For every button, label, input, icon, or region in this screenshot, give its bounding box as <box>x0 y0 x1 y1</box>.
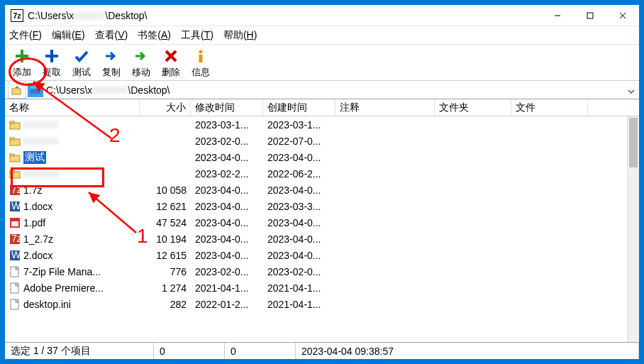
7z-icon: 7z <box>9 233 21 245</box>
header-size[interactable]: 大小 <box>140 99 191 116</box>
file-created: 2023-02-0... <box>263 266 335 277</box>
toolbar-delete-label: 删除 <box>162 66 180 79</box>
menu-tool[interactable]: 工具(T) <box>181 29 213 42</box>
app-window: 2 1 7z C:\Users\x\Desktop\ 文件(F) 编辑(E) 查… <box>4 4 640 360</box>
file-name: 2.docx <box>23 250 52 261</box>
file-modified: 2023-03-1... <box>191 119 263 131</box>
file-list[interactable]: 2023-03-1...2023-03-1...2023-02-0...2022… <box>5 116 627 342</box>
file-row[interactable]: 7z1_2.7z10 1942023-04-0...2023-04-0... <box>5 231 627 247</box>
svg-rect-3 <box>587 13 593 18</box>
toolbar-move-label: 移动 <box>132 66 150 79</box>
app-icon: 7z <box>11 9 23 22</box>
file-size: 47 524 <box>140 217 191 228</box>
toolbar-extract[interactable]: 提取 <box>39 48 65 79</box>
svg-rect-18 <box>30 87 40 89</box>
toolbar-copy[interactable]: 复制 <box>99 48 124 79</box>
svg-text:7z: 7z <box>11 233 21 244</box>
file-row[interactable]: 7z1.7z10 0582023-04-0...2023-04-0... <box>5 182 627 198</box>
file-size: 282 <box>140 299 191 310</box>
drive-icon <box>28 83 43 97</box>
status-pane-3: 0 <box>225 343 296 359</box>
path-field[interactable]: C:\Users\x\Desktop\ <box>46 84 623 96</box>
path-dropdown[interactable] <box>623 84 639 96</box>
file-modified: 2022-01-2... <box>191 299 263 310</box>
file-created: 2023-04-0... <box>263 184 335 196</box>
svg-rect-24 <box>10 154 14 156</box>
file-icon <box>9 299 21 310</box>
folder-icon <box>9 152 21 163</box>
window-title: C:\Users\x\Desktop\ <box>28 10 541 21</box>
toolbar: 添加 提取 测试 复制 移动 删除 信息 <box>5 45 639 81</box>
copy-icon <box>103 48 120 65</box>
toolbar-extract-label: 提取 <box>43 66 61 79</box>
menu-file[interactable]: 文件(F) <box>9 29 42 42</box>
file-created: 2023-04-0... <box>263 233 335 245</box>
up-button[interactable] <box>8 82 26 99</box>
toolbar-test-label: 测试 <box>72 66 91 79</box>
vertical-scrollbar[interactable] <box>627 116 639 342</box>
header-folder[interactable]: 文件夹 <box>435 99 511 116</box>
file-row[interactable]: W1.docx12 6212023-04-0...2023-03-3... <box>5 198 627 214</box>
menu-bookmark[interactable]: 书签(A) <box>138 29 171 42</box>
info-icon <box>192 48 209 65</box>
file-size: 10 194 <box>140 233 191 245</box>
file-created: 2022-07-0... <box>263 136 335 147</box>
file-size: 12 621 <box>140 201 191 212</box>
toolbar-test[interactable]: 测试 <box>69 48 94 79</box>
file-list-area: 2023-03-1...2023-03-1...2023-02-0...2022… <box>5 116 639 342</box>
file-row[interactable]: 测试2023-04-0...2023-04-0... <box>5 149 627 165</box>
toolbar-add[interactable]: 添加 <box>9 48 35 79</box>
header-file[interactable]: 文件 <box>511 99 588 116</box>
header-comment[interactable]: 注释 <box>335 99 435 116</box>
file-row[interactable]: desktop.ini2822022-01-2...2021-04-1... <box>5 296 627 312</box>
menu-help[interactable]: 帮助(H) <box>223 29 257 42</box>
close-button[interactable] <box>606 5 639 26</box>
svg-rect-26 <box>10 170 14 172</box>
file-row[interactable]: 2023-03-1...2023-03-1... <box>5 116 627 133</box>
status-datetime: 2023-04-04 09:38:57 <box>296 343 639 359</box>
svg-text:7z: 7z <box>11 184 21 195</box>
toolbar-delete[interactable]: 删除 <box>158 48 184 79</box>
file-modified: 2023-04-0... <box>191 250 263 261</box>
toolbar-move[interactable]: 移动 <box>128 48 154 79</box>
chevron-down-icon <box>628 89 635 94</box>
svg-rect-22 <box>10 138 14 140</box>
header-created[interactable]: 创建时间 <box>263 99 335 116</box>
file-name: Adobe Premiere... <box>23 282 104 294</box>
file-row[interactable]: 1.pdf47 5242023-04-0...2023-04-0... <box>5 214 627 231</box>
header-name[interactable]: 名称 <box>5 99 140 116</box>
minimize-button[interactable] <box>541 5 574 26</box>
pdf-icon <box>9 217 21 228</box>
file-size: 12 615 <box>140 250 191 261</box>
file-row[interactable]: 7-Zip File Mana...7762023-02-0...2023-02… <box>5 263 627 280</box>
menu-view[interactable]: 查看(V) <box>95 29 128 42</box>
file-row[interactable]: W2.docx12 6152023-04-0...2023-04-0... <box>5 247 627 263</box>
file-modified: 2023-02-0... <box>191 266 263 277</box>
menu-edit[interactable]: 编辑(E) <box>52 29 85 42</box>
address-bar: C:\Users\x\Desktop\ <box>5 81 639 99</box>
toolbar-add-label: 添加 <box>13 66 31 79</box>
file-row[interactable]: 2023-02-0...2022-07-0... <box>5 133 627 149</box>
file-name: 测试 <box>23 151 46 164</box>
svg-text:W: W <box>11 201 21 211</box>
file-row[interactable]: 2023-02-2...2022-06-2... <box>5 165 627 182</box>
status-pane-2: 0 <box>154 343 225 359</box>
file-name: desktop.ini <box>23 299 71 310</box>
file-modified: 2023-04-0... <box>191 233 263 245</box>
svg-marker-16 <box>15 86 19 88</box>
svg-rect-14 <box>199 55 203 62</box>
file-created: 2021-04-1... <box>263 299 335 310</box>
header-modified[interactable]: 修改时间 <box>191 99 263 116</box>
file-icon <box>9 282 21 294</box>
move-icon <box>133 48 150 65</box>
file-size: 776 <box>140 266 191 277</box>
file-modified: 2023-02-0... <box>191 136 263 147</box>
svg-point-13 <box>199 50 203 54</box>
file-name: 1.pdf <box>23 217 45 228</box>
file-row[interactable]: Adobe Premiere...1 2742021-04-1...2021-0… <box>5 280 627 296</box>
status-selection: 选定 1 / 37 个项目 <box>5 343 154 359</box>
scrollbar-thumb[interactable] <box>629 118 638 167</box>
toolbar-info[interactable]: 信息 <box>188 48 213 79</box>
file-modified: 2023-04-0... <box>191 184 263 196</box>
maximize-button[interactable] <box>574 5 606 26</box>
